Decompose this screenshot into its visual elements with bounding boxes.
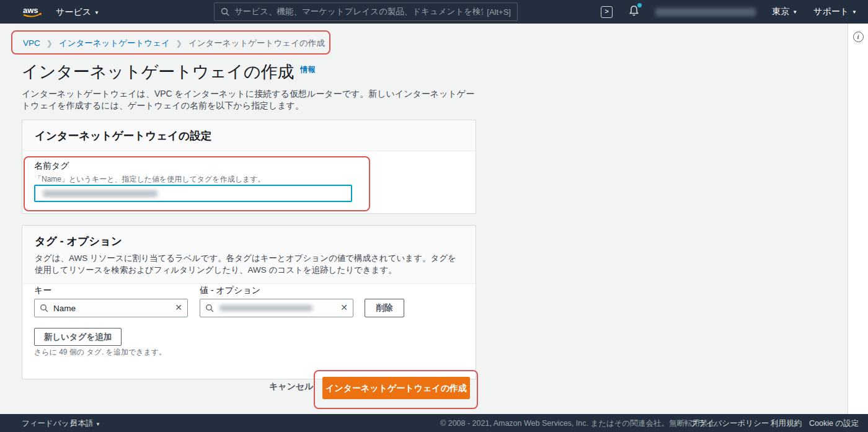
delete-tag-button[interactable]: 削除 (365, 299, 404, 317)
cookie-settings-link[interactable]: Cookie の設定 (809, 418, 859, 429)
chevron-right-icon: ❯ (176, 39, 182, 48)
cancel-button[interactable]: キャンセル (269, 381, 314, 392)
tags-card-description: タグは、AWS リソースに割り当てるラベルです。各タグはキーとオプションの値で構… (35, 252, 463, 276)
account-menu-redacted[interactable] (655, 8, 756, 16)
caret-down-icon: ▼ (792, 9, 797, 15)
notification-badge (637, 3, 642, 7)
caret-down-icon: ▼ (95, 421, 100, 427)
support-menu[interactable]: サポート▼ (813, 0, 857, 24)
breadcrumb-vpc[interactable]: VPC (23, 38, 40, 48)
tag-value-field: ✕ (200, 299, 353, 317)
settings-card-title: インターネットゲートウェイの設定 (35, 130, 211, 142)
info-icon[interactable]: i (853, 32, 864, 42)
name-tag-help: 「Name」というキーと、指定した値を使用してタグを作成します。 (34, 174, 265, 185)
language-menu[interactable]: 日本語 ▼ (70, 418, 100, 429)
page-description: インターネットゲートウェイは、VPC をインターネットに接続する仮想ルーターです… (22, 88, 480, 112)
page-title: インターネットゲートウェイの作成情報 (22, 61, 316, 83)
breadcrumb-current: インターネットゲートウェイの作成 (188, 38, 325, 48)
tag-key-label: キー (34, 285, 51, 296)
tags-card-title: タグ - オプション (35, 235, 122, 247)
svg-text:aws: aws (23, 6, 38, 15)
create-internet-gateway-button[interactable]: インターネットゲートウェイの作成 (322, 377, 470, 399)
footer: フィードバック 日本語 ▼ © 2008 - 2021, Amazon Web … (0, 414, 868, 432)
search-icon (221, 7, 229, 16)
clear-key-icon[interactable]: ✕ (175, 302, 182, 312)
terms-link[interactable]: 利用規約 (771, 418, 802, 429)
clear-value-icon[interactable]: ✕ (340, 302, 348, 312)
region-label: 東京 (772, 6, 789, 16)
aws-logo[interactable]: aws (20, 4, 44, 22)
search-shortcut: [Alt+S] (487, 7, 511, 17)
breadcrumb: VPC❯インターネットゲートウェイ❯インターネットゲートウェイの作成 (23, 38, 325, 49)
search-icon (40, 304, 48, 312)
services-menu-label: サービス (56, 7, 91, 17)
add-tag-button[interactable]: 新しいタグを追加 (34, 328, 122, 346)
services-menu[interactable]: サービス▼ (56, 0, 99, 25)
page-title-text: インターネットゲートウェイの作成 (22, 63, 294, 81)
help-panel-rail: i (848, 24, 868, 414)
tag-value-label: 値 - オプション (200, 285, 260, 296)
settings-card-header: インターネットゲートウェイの設定 (22, 120, 476, 151)
feedback-link[interactable]: フィードバック (22, 418, 77, 429)
search-placeholder: サービス、機能、マーケットプレイスの製品、ドキュメントを検索しま (234, 6, 483, 17)
tag-value-redacted (219, 305, 312, 311)
copyright-text: © 2008 - 2021, Amazon Web Services, Inc.… (440, 418, 723, 429)
global-search-input[interactable]: サービス、機能、マーケットプレイスの製品、ドキュメントを検索しま [Alt+S] (214, 2, 518, 21)
caret-down-icon: ▼ (852, 9, 857, 15)
language-label: 日本語 (70, 419, 94, 428)
chevron-right-icon: ❯ (46, 39, 53, 48)
support-label: サポート (813, 6, 849, 16)
cloudshell-icon[interactable]: > (601, 6, 613, 18)
info-link[interactable]: 情報 (301, 65, 316, 74)
privacy-policy-link[interactable]: プライバシーポリシー (690, 418, 769, 429)
search-icon (205, 304, 214, 312)
name-tag-value-redacted (43, 190, 157, 197)
name-tag-label: 名前タグ (34, 161, 69, 172)
remaining-tags-note: さらに 49 個の タグ. を追加できます。 (34, 347, 166, 358)
notifications-bell[interactable] (629, 5, 639, 19)
region-menu[interactable]: 東京▼ (772, 0, 797, 24)
breadcrumb-internet-gateways[interactable]: インターネットゲートウェイ (59, 38, 170, 48)
top-nav: aws サービス▼ サービス、機能、マーケットプレイスの製品、ドキュメントを検索… (0, 0, 868, 24)
caret-down-icon: ▼ (94, 10, 99, 15)
tags-card-header: タグ - オプション タグは、AWS リソースに割り当てるラベルです。各タグはキ… (22, 226, 476, 284)
tag-key-field: ✕ (34, 299, 188, 317)
tag-key-input[interactable] (34, 299, 188, 317)
